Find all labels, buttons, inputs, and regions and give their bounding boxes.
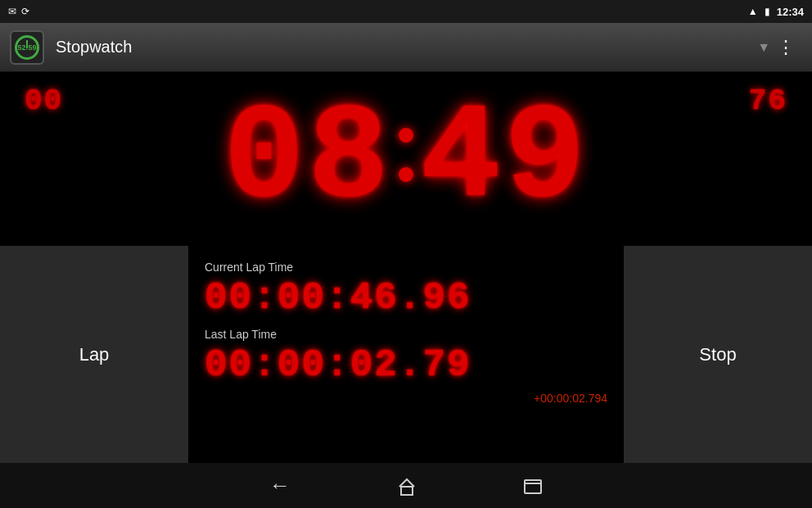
home-button[interactable] (397, 476, 417, 496)
bottom-panel: Lap Current Lap Time 00:00:46.96 Last La… (0, 246, 812, 463)
big-seconds: 49 (420, 92, 589, 227)
recents-button[interactable] (523, 476, 543, 496)
current-lap-label: Current Lap Time (205, 261, 607, 274)
nav-bar: ← (0, 463, 812, 508)
small-seconds-display: 00 (25, 84, 63, 118)
big-colon (399, 128, 413, 190)
notification-icon: ✉ (8, 6, 16, 17)
stop-button-label: Stop (699, 344, 736, 365)
back-arrow-icon: ← (269, 473, 291, 498)
clock-display: 00 08 49 76 (0, 72, 812, 246)
lap-button-label: Lap (79, 344, 110, 365)
app-icon: 52:59 (10, 30, 44, 65)
battery-icon: ▮ (765, 6, 770, 17)
last-lap-time: 00:00:02.79 (205, 344, 607, 387)
lap-delta: +00:00:02.794 (205, 392, 607, 405)
back-button[interactable]: ← (269, 473, 291, 498)
sync-icon: ⟳ (21, 6, 29, 17)
last-lap-label: Last Lap Time (205, 328, 607, 341)
home-icon (397, 476, 417, 496)
overflow-menu-button[interactable]: ⋮ (770, 30, 802, 65)
action-bar: 52:59 Stopwatch ▼ ⋮ (0, 23, 812, 72)
status-bar: ✉ ⟳ ▲ ▮ 12:34 (0, 0, 812, 23)
lap-button[interactable]: Lap (0, 246, 188, 463)
lap-info-panel: Current Lap Time 00:00:46.96 Last Lap Ti… (188, 246, 624, 463)
stop-button[interactable]: Stop (624, 246, 812, 463)
wifi-icon: ▲ (748, 6, 758, 17)
centiseconds-display: 76 (749, 84, 787, 118)
main-area: 00 08 49 76 Lap Current Lap Time 00:00:4… (0, 72, 812, 463)
dropdown-arrow-icon: ▼ (757, 40, 770, 55)
big-time-display: 08 49 (223, 92, 589, 227)
recents-icon (523, 476, 543, 496)
app-icon-inner: 52:59 (15, 35, 39, 60)
status-time: 12:34 (777, 6, 804, 18)
svg-rect-1 (525, 480, 541, 493)
big-minutes: 08 (223, 92, 392, 227)
svg-rect-0 (401, 487, 413, 495)
app-title: Stopwatch (56, 38, 754, 57)
current-lap-time: 00:00:46.96 (205, 277, 607, 320)
